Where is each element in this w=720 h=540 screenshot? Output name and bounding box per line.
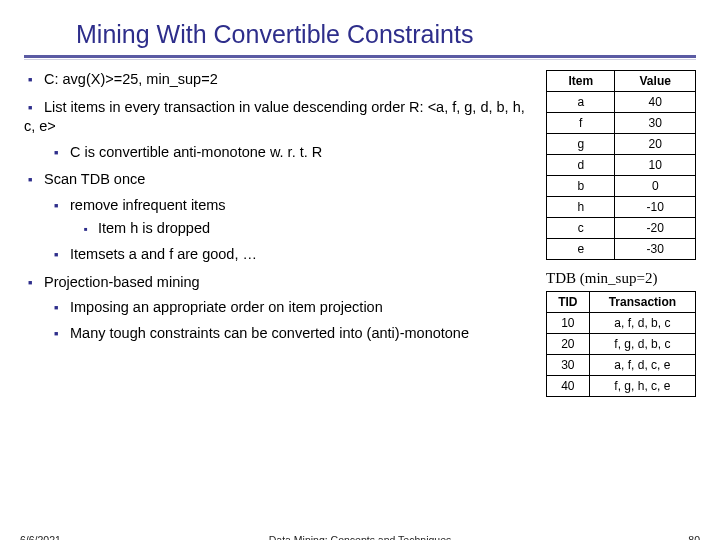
table-row: f30 — [547, 113, 696, 134]
bullet-3-2-text: Itemsets a and f are good, … — [70, 246, 257, 262]
table-row: e-30 — [547, 239, 696, 260]
tdb-caption: TDB (min_sup=2) — [546, 270, 696, 287]
table-row: d10 — [547, 155, 696, 176]
bullet-4-1: Imposing an appropriate order on item pr… — [54, 298, 534, 318]
bullet-4-1-text: Imposing an appropriate order on item pr… — [70, 299, 383, 315]
bullet-3-2: Itemsets a and f are good, … — [54, 245, 534, 265]
bullet-2: List items in every transaction in value… — [24, 98, 534, 163]
cell-txn: f, g, d, b, c — [589, 334, 695, 355]
bullet-4-2: Many tough constraints can be converted … — [54, 324, 534, 344]
cell-item: f — [547, 113, 615, 134]
table-row: 40f, g, h, c, e — [547, 376, 696, 397]
cell-txn: a, f, d, c, e — [589, 355, 695, 376]
bullet-list: C: avg(X)>=25, min_sup=2 List items in e… — [24, 70, 534, 343]
slide-title: Mining With Convertible Constraints — [76, 20, 696, 49]
side-column: Item Value a40 f30 g20 d10 b0 h-10 c-20 … — [546, 70, 696, 407]
bullet-4-text: Projection-based mining — [44, 274, 200, 290]
bullet-4: Projection-based mining Imposing an appr… — [24, 273, 534, 344]
cell-item: e — [547, 239, 615, 260]
cell-value: 10 — [615, 155, 696, 176]
bullet-3-text: Scan TDB once — [44, 171, 145, 187]
th-txn: Transaction — [589, 292, 695, 313]
cell-value: -20 — [615, 218, 696, 239]
cell-value: 30 — [615, 113, 696, 134]
cell-value: 20 — [615, 134, 696, 155]
bullet-2-1: C is convertible anti-monotone w. r. t. … — [54, 143, 534, 163]
cell-item: d — [547, 155, 615, 176]
footer-center: Data Mining: Concepts and Techniques — [0, 534, 720, 540]
bullet-1: C: avg(X)>=25, min_sup=2 — [24, 70, 534, 90]
table-row: 30a, f, d, c, e — [547, 355, 696, 376]
content-wrap: C: avg(X)>=25, min_sup=2 List items in e… — [24, 70, 696, 407]
cell-item: b — [547, 176, 615, 197]
th-tid: TID — [547, 292, 590, 313]
item-value-table: Item Value a40 f30 g20 d10 b0 h-10 c-20 … — [546, 70, 696, 260]
cell-tid: 30 — [547, 355, 590, 376]
cell-tid: 40 — [547, 376, 590, 397]
cell-value: 40 — [615, 92, 696, 113]
bullet-2-text: List items in every transaction in value… — [24, 99, 525, 135]
th-value: Value — [615, 71, 696, 92]
cell-item: h — [547, 197, 615, 218]
cell-tid: 20 — [547, 334, 590, 355]
table-row: g20 — [547, 134, 696, 155]
table-header-row: TID Transaction — [547, 292, 696, 313]
bullet-4-2-text: Many tough constraints can be converted … — [70, 325, 469, 341]
footer-page-number: 80 — [688, 534, 700, 540]
cell-item: c — [547, 218, 615, 239]
tdb-table: TID Transaction 10a, f, d, b, c 20f, g, … — [546, 291, 696, 397]
table-row: h-10 — [547, 197, 696, 218]
cell-value: 0 — [615, 176, 696, 197]
cell-item: g — [547, 134, 615, 155]
cell-item: a — [547, 92, 615, 113]
table-row: 20f, g, d, b, c — [547, 334, 696, 355]
bullet-1-text: C: avg(X)>=25, min_sup=2 — [44, 71, 218, 87]
cell-txn: f, g, h, c, e — [589, 376, 695, 397]
table-header-row: Item Value — [547, 71, 696, 92]
bullet-3-1-1: Item h is dropped — [84, 219, 534, 239]
cell-value: -30 — [615, 239, 696, 260]
main-column: C: avg(X)>=25, min_sup=2 List items in e… — [24, 70, 538, 407]
bullet-3: Scan TDB once remove infrequent items It… — [24, 170, 534, 264]
bullet-3-1: remove infrequent items Item h is droppe… — [54, 196, 534, 239]
title-rule — [24, 55, 696, 60]
table-row: c-20 — [547, 218, 696, 239]
th-item: Item — [547, 71, 615, 92]
table-row: 10a, f, d, b, c — [547, 313, 696, 334]
bullet-3-1-text: remove infrequent items — [70, 197, 226, 213]
slide: Mining With Convertible Constraints C: a… — [0, 0, 720, 540]
cell-tid: 10 — [547, 313, 590, 334]
cell-value: -10 — [615, 197, 696, 218]
bullet-2-1-text: C is convertible anti-monotone w. r. t. … — [70, 144, 322, 160]
bullet-3-1-1-text: Item h is dropped — [98, 220, 210, 236]
table-row: a40 — [547, 92, 696, 113]
cell-txn: a, f, d, b, c — [589, 313, 695, 334]
table-row: b0 — [547, 176, 696, 197]
